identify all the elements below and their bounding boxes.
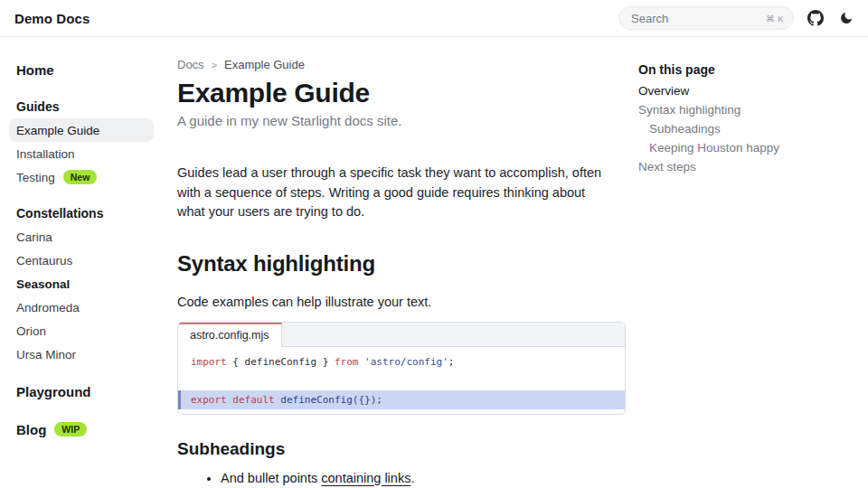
code-line: export default defineConfig({}); (178, 390, 625, 409)
section-heading-syntax-highlighting: Syntax highlighting (177, 251, 611, 277)
search-shortcut-kbd: ⌘ K (766, 14, 784, 23)
sidebar-item-label: Playground (16, 384, 91, 399)
sidebar-item-label: Guides (16, 99, 59, 114)
sidebar-item-label: Andromeda (16, 301, 80, 314)
sidebar-item-testing[interactable]: TestingNew (9, 165, 154, 189)
search-placeholder: Search (631, 12, 668, 25)
bullet-text-prefix: And bullet points (221, 471, 321, 485)
sidebar-item-andromeda[interactable]: Andromeda (9, 296, 154, 319)
sidebar-item-label: Constellations (16, 206, 103, 221)
code-token: import (191, 356, 232, 368)
sidebar-item-example-guide[interactable]: Example Guide (9, 118, 154, 142)
code-token: ; (448, 356, 455, 368)
subheading-title: Subheadings (177, 438, 611, 460)
moon-icon (839, 11, 854, 25)
header-actions: Search ⌘ K (618, 6, 855, 30)
section-intro: Code examples can help illustrate your t… (177, 293, 611, 312)
sidebar-item-ursa-minor[interactable]: Ursa Minor (9, 343, 154, 366)
sidebar-item-label: Seasonal (16, 277, 70, 291)
status-badge: WIP (54, 422, 87, 436)
sidebar-item-label: Ursa Minor (16, 348, 76, 361)
github-link[interactable] (806, 8, 826, 28)
toc-item-keeping-houston-happy[interactable]: Keeping Houston happy (638, 138, 843, 157)
code-token: 'astro/config' (364, 356, 448, 368)
code-tab-filename[interactable]: astro.config.mjs (178, 323, 282, 347)
sidebar-item-blog[interactable]: BlogWIP (9, 417, 154, 442)
breadcrumb-item-docs[interactable]: Docs (177, 58, 204, 71)
breadcrumb-item-current[interactable]: Example Guide (224, 58, 305, 71)
main-content: Docs > Example Guide Example Guide A gui… (163, 37, 611, 488)
sidebar-item-label: Installation (16, 147, 75, 161)
sidebar-item-label: Centaurus (16, 254, 72, 267)
sidebar-item-guides: Guides (9, 95, 154, 118)
sidebar-item-constellations: Constellations (9, 202, 154, 225)
sidebar-item-label: Home (16, 62, 54, 78)
search-input[interactable]: Search ⌘ K (618, 6, 794, 30)
sidebar-item-label: Example Guide (16, 124, 99, 137)
table-of-contents: On this page OverviewSyntax highlighting… (638, 37, 843, 488)
sidebar-item-label: Orion (16, 324, 46, 338)
sidebar-item-home[interactable]: Home (9, 57, 154, 82)
code-token: export default (191, 394, 280, 406)
sidebar-item-installation[interactable]: Installation (9, 142, 154, 165)
theme-toggle[interactable] (837, 9, 855, 27)
code-line: import { defineConfig } from 'astro/conf… (178, 352, 625, 371)
toc-item-overview[interactable]: Overview (638, 81, 843, 100)
breadcrumb: Docs > Example Guide (177, 57, 611, 72)
sidebar-item-label: Testing (16, 171, 55, 184)
sidebar-item-label: Blog (16, 422, 46, 437)
site-header: Demo Docs Search ⌘ K (0, 0, 868, 37)
toc-heading: On this page (638, 62, 843, 78)
page-layout: HomeGuidesExample GuideInstallationTesti… (0, 37, 868, 488)
status-badge: New (63, 170, 98, 184)
sidebar-item-label: Carina (16, 230, 52, 244)
sidebar-item-seasonal[interactable]: Seasonal (9, 272, 154, 296)
chevron-right-icon: > (212, 60, 217, 70)
code-token: defineConfig({}); (280, 394, 382, 406)
sidebar-item-carina[interactable]: Carina (9, 225, 154, 249)
sidebar-item-centaurus[interactable]: Centaurus (9, 249, 154, 272)
bullet-item: And bullet points containing links. (221, 469, 611, 487)
code-token: { defineConfig } (232, 356, 335, 368)
intro-paragraph: Guides lead a user through a specific ta… (177, 164, 611, 222)
page-subtitle: A guide in my new Starlight docs site. (177, 113, 611, 129)
code-token: from (335, 356, 364, 368)
toc-item-next-steps[interactable]: Next steps (638, 157, 843, 176)
code-line (178, 371, 625, 390)
code-tabbar-filler (282, 323, 625, 347)
code-block: astro.config.mjs import { defineConfig }… (177, 322, 626, 415)
sidebar: HomeGuidesExample GuideInstallationTesti… (0, 37, 163, 488)
bullet-text-suffix: . (410, 471, 414, 485)
inline-link[interactable]: containing links (321, 471, 410, 485)
code-tabbar: astro.config.mjs (178, 323, 625, 347)
sidebar-item-orion[interactable]: Orion (9, 319, 154, 343)
sidebar-item-playground[interactable]: Playground (9, 379, 154, 404)
toc-list: OverviewSyntax highlightingSubheadingsKe… (638, 81, 843, 176)
bullet-list: And bullet points containing links. (177, 469, 611, 487)
site-title[interactable]: Demo Docs (14, 11, 90, 26)
toc-item-syntax-highlighting[interactable]: Syntax highlighting (638, 100, 843, 119)
toc-item-subheadings[interactable]: Subheadings (638, 119, 843, 138)
page-title: Example Guide (177, 78, 611, 108)
github-icon (807, 10, 824, 26)
code-content[interactable]: import { defineConfig } from 'astro/conf… (178, 347, 625, 414)
